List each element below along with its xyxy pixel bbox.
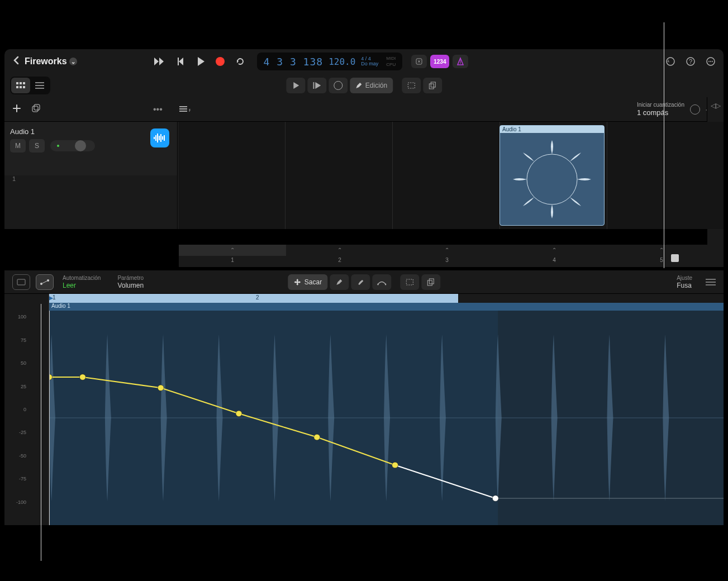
solo-button[interactable]: S bbox=[29, 139, 45, 153]
cycle-icon[interactable] bbox=[236, 58, 246, 65]
svg-rect-18 bbox=[313, 82, 314, 89]
svg-rect-36 bbox=[17, 279, 25, 285]
audio-region[interactable]: Audio 1 bbox=[499, 125, 605, 226]
svg-rect-22 bbox=[32, 106, 38, 112]
bar-label: 1 bbox=[231, 257, 234, 263]
copy-automation-button[interactable] bbox=[421, 274, 440, 290]
mute-button[interactable]: M bbox=[10, 139, 26, 153]
selection-tool-button[interactable] bbox=[402, 78, 421, 93]
automation-label: Automatización bbox=[63, 275, 101, 281]
metronome-button[interactable] bbox=[453, 55, 468, 68]
marquee-tool-button[interactable] bbox=[400, 274, 419, 290]
automation-mode-control[interactable]: Automatización Leer bbox=[63, 275, 101, 289]
volume-slider[interactable] bbox=[50, 140, 95, 151]
quantize-apply-button[interactable] bbox=[690, 104, 700, 115]
svg-rect-26 bbox=[179, 111, 187, 112]
more-icon[interactable] bbox=[706, 56, 716, 66]
automation-tab-button[interactable] bbox=[36, 274, 54, 290]
svg-point-37 bbox=[40, 283, 42, 285]
svg-rect-20 bbox=[429, 84, 434, 89]
snap-control[interactable]: Ajuste Fusa bbox=[677, 275, 692, 289]
quantize-control[interactable]: Iniciar cuantización 1 compás bbox=[637, 102, 684, 117]
play-from-button[interactable] bbox=[307, 78, 326, 93]
svg-line-39 bbox=[42, 281, 47, 283]
edit-tools: Edición bbox=[286, 78, 442, 93]
stop-button[interactable] bbox=[671, 254, 679, 262]
list-view-button[interactable] bbox=[30, 78, 49, 93]
loop-region-button[interactable] bbox=[329, 78, 348, 93]
level-indicator-icon bbox=[57, 145, 59, 147]
tuner-button[interactable] bbox=[411, 55, 427, 68]
svg-text:?: ? bbox=[689, 58, 692, 65]
waveform-area[interactable] bbox=[49, 311, 724, 525]
move-tool-button[interactable]: Sacar bbox=[288, 274, 327, 290]
editor-toolbar: Automatización Leer Parámetro Volumen Sa… bbox=[4, 270, 724, 294]
track-options-button[interactable]: ••• bbox=[153, 104, 163, 115]
automation-editor: Automatización Leer Parámetro Volumen Sa… bbox=[4, 270, 724, 525]
pencil-tool-button[interactable] bbox=[330, 274, 349, 290]
svg-rect-9 bbox=[16, 82, 18, 84]
automation-mode-value: Leer bbox=[63, 282, 101, 289]
curve-tool-button[interactable] bbox=[372, 274, 391, 290]
editor-body: 100 75 50 25 0 -25 -50 -75 -100 ▶ 1 2 ◀ … bbox=[4, 294, 724, 525]
svg-rect-19 bbox=[408, 83, 415, 88]
callout-line bbox=[664, 22, 664, 268]
add-track-button[interactable] bbox=[12, 104, 21, 115]
region-tab-button[interactable] bbox=[12, 274, 30, 290]
fast-forward-icon[interactable] bbox=[154, 58, 165, 65]
svg-rect-15 bbox=[35, 82, 44, 83]
bar-label: 2 bbox=[338, 257, 341, 263]
svg-rect-28 bbox=[154, 137, 155, 139]
vertical-zoom-button[interactable]: ◁▷ bbox=[711, 102, 721, 109]
svg-rect-13 bbox=[20, 86, 22, 88]
svg-rect-43 bbox=[427, 280, 432, 285]
grid-view-button[interactable] bbox=[11, 78, 30, 93]
brush-tool-button[interactable] bbox=[351, 274, 370, 290]
go-to-start-icon[interactable] bbox=[177, 58, 185, 65]
help-icon[interactable]: ? bbox=[686, 56, 696, 66]
parameter-control[interactable]: Parámetro Volumen bbox=[117, 275, 144, 289]
svg-rect-44 bbox=[429, 279, 434, 284]
editor-tools: Sacar bbox=[288, 274, 440, 290]
track-number: 1 bbox=[12, 175, 16, 182]
snap-value: Fusa bbox=[677, 282, 692, 289]
view-toggle-group bbox=[10, 77, 50, 94]
lcd-display[interactable]: 4 3 3 138 120.0 4 / 4 Do may MIDI CPU bbox=[257, 53, 403, 70]
quantize-label: Iniciar cuantización bbox=[637, 102, 684, 108]
snap-label: Ajuste bbox=[677, 275, 692, 281]
project-title[interactable]: Fireworks ⌄ bbox=[25, 56, 77, 66]
editor-ruler[interactable]: ▶ 1 2 ◀ 4 bbox=[49, 294, 724, 303]
editor-canvas[interactable]: ▶ 1 2 ◀ 4 Audio 1 bbox=[49, 294, 724, 525]
count-in-button[interactable]: 1234 bbox=[430, 55, 449, 68]
svg-rect-10 bbox=[20, 82, 22, 84]
arrange-header-left bbox=[12, 104, 41, 115]
bar-label: 5 bbox=[660, 257, 663, 263]
back-button[interactable] bbox=[12, 55, 20, 68]
duplicate-track-button[interactable] bbox=[31, 104, 41, 115]
region-label: Audio 1 bbox=[500, 126, 604, 133]
transport-controls bbox=[154, 57, 246, 66]
track-header[interactable]: Audio 1 M S bbox=[4, 122, 177, 175]
arrange-grid[interactable]: Audio 1 bbox=[178, 122, 724, 229]
svg-point-7 bbox=[710, 61, 711, 62]
editor-menu-button[interactable] bbox=[706, 279, 716, 285]
bar-ruler[interactable]: ⌃1 ⌃2 ⌃3 ⌃4 ⌃5 bbox=[179, 245, 724, 267]
svg-rect-16 bbox=[35, 85, 44, 86]
track-type-icon[interactable] bbox=[150, 128, 169, 147]
editor-yaxis: 100 75 50 25 0 -25 -50 -75 -100 bbox=[4, 294, 49, 525]
record-button[interactable] bbox=[216, 57, 225, 66]
play-icon[interactable] bbox=[197, 57, 204, 66]
move-tool-label: Sacar bbox=[304, 278, 322, 286]
svg-rect-30 bbox=[157, 134, 158, 142]
project-title-text: Fireworks bbox=[25, 56, 67, 66]
svg-rect-42 bbox=[406, 279, 413, 285]
edit-mode-button[interactable]: Edición bbox=[350, 78, 393, 93]
play-region-button[interactable] bbox=[286, 78, 305, 93]
region-inspector-button[interactable]: R bbox=[179, 105, 191, 114]
svg-rect-21 bbox=[431, 82, 435, 87]
undo-icon[interactable] bbox=[665, 56, 675, 66]
chevron-down-icon: ⌄ bbox=[69, 58, 77, 65]
copy-tool-button[interactable] bbox=[423, 78, 442, 93]
svg-rect-25 bbox=[179, 108, 187, 109]
svg-point-8 bbox=[712, 61, 713, 62]
